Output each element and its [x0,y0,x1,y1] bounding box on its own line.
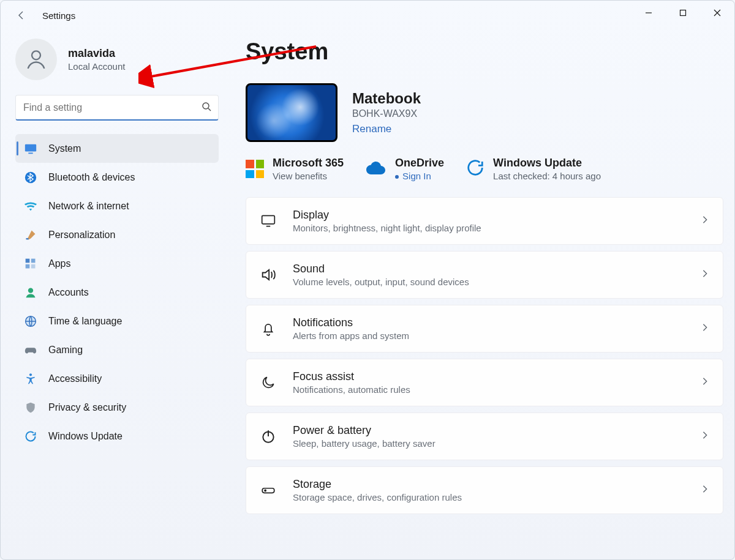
bluetooth-icon [24,171,37,184]
tile-sub: Sleep, battery usage, battery saver [293,438,685,449]
tile-power[interactable]: Power & batterySleep, battery usage, bat… [246,413,723,460]
device-thumbnail [246,83,337,142]
svg-rect-11 [26,258,30,263]
user-icon [24,47,48,72]
nav-item-apps[interactable]: Apps [15,249,219,278]
settings-window: Settings malavida Local Account [0,0,735,560]
nav-item-accessibility[interactable]: Accessibility [15,364,219,393]
svg-rect-22 [262,488,274,493]
onedrive-title: OneDrive [395,157,444,170]
nav-label: Personalization [48,230,115,241]
maximize-button[interactable] [666,1,700,25]
apps-icon [24,257,37,271]
tile-notifications[interactable]: NotificationsAlerts from apps and system [246,305,723,353]
nav-label: Privacy & security [48,402,126,413]
monitor-icon [24,142,37,155]
tile-focus[interactable]: Focus assistNotifications, automatic rul… [246,359,723,406]
tile-body: SoundVolume levels, output, input, sound… [293,263,685,287]
m365-sub: View benefits [273,171,344,181]
user-info: malavida Local Account [68,47,125,72]
rename-link[interactable]: Rename [352,123,421,135]
search-input[interactable] [15,95,219,121]
update-icon [24,430,37,443]
svg-rect-1 [680,10,686,16]
chevron-right-icon [701,431,709,442]
windows-update-card[interactable]: Windows Update Last checked: 4 hours ago [466,157,601,181]
svg-line-6 [208,108,211,111]
app-title: Settings [42,10,75,21]
tile-sub: Notifications, automatic rules [293,384,685,395]
nav-item-bluetooth[interactable]: Bluetooth & devices [15,163,219,192]
wifi-icon [24,200,37,213]
tile-body: StorageStorage space, drives, configurat… [293,478,685,502]
svg-rect-10 [26,238,29,240]
tile-title: Notifications [293,316,685,329]
tile-sub: Alerts from apps and system [293,330,685,341]
svg-rect-8 [28,152,32,154]
svg-rect-12 [31,258,36,263]
accessibility-icon [24,372,37,386]
svg-point-4 [32,51,40,59]
minimize-icon [645,9,652,17]
window-controls [631,1,734,25]
chevron-right-icon [701,269,709,280]
svg-point-5 [203,103,209,109]
microsoft-365-card[interactable]: Microsoft 365 View benefits [246,157,344,181]
nav-label: Network & internet [48,201,129,212]
bell-icon [260,320,277,337]
display-icon [260,212,277,230]
tile-storage[interactable]: StorageStorage space, drives, configurat… [246,466,723,514]
tile-body: Power & batterySleep, battery usage, bat… [293,424,685,449]
chevron-right-icon [701,485,709,496]
back-button[interactable] [15,9,28,21]
nav-item-system[interactable]: System [15,134,219,163]
cloud-icon [366,160,386,177]
nav-label: Bluetooth & devices [48,172,135,183]
nav-item-accounts[interactable]: Accounts [15,278,219,307]
microsoft-logo-icon [246,160,264,178]
search-icon [202,102,211,114]
user-card[interactable]: malavida Local Account [15,39,219,80]
nav-label: Accounts [48,287,89,298]
minimize-button[interactable] [631,1,666,25]
svg-rect-7 [25,144,36,151]
svg-rect-14 [31,264,36,268]
onedrive-sub: Sign In [395,171,444,181]
nav-item-personalization[interactable]: Personalization [15,220,219,249]
title-bar: Settings [1,1,734,30]
sidebar: malavida Local Account SystemBluetooth &… [15,30,231,559]
svg-rect-18 [262,215,275,224]
cloud-row: Microsoft 365 View benefits OneDrive Sig… [246,157,723,181]
storage-icon [260,482,277,499]
nav-item-update[interactable]: Windows Update [15,422,219,450]
tile-sound[interactable]: SoundVolume levels, output, input, sound… [246,251,723,299]
chevron-right-icon [701,215,709,226]
tile-title: Display [293,209,685,222]
wu-sub: Last checked: 4 hours ago [493,171,601,181]
wu-title: Windows Update [493,157,601,170]
chevron-right-icon [701,323,709,334]
tile-sub: Monitors, brightness, night light, displ… [293,223,685,233]
nav-label: Time & language [48,316,122,327]
tile-title: Storage [293,478,685,491]
avatar [15,39,57,80]
nav-label: Windows Update [48,431,123,442]
nav-item-time[interactable]: Time & language [15,307,219,335]
nav-item-gaming[interactable]: Gaming [15,335,219,364]
tile-title: Power & battery [293,424,685,437]
onedrive-card[interactable]: OneDrive Sign In [366,157,444,181]
globe-icon [24,315,37,328]
close-button[interactable] [700,1,734,25]
nav-item-privacy[interactable]: Privacy & security [15,393,219,422]
settings-tiles: DisplayMonitors, brightness, night light… [246,197,723,514]
brush-icon [24,228,37,242]
gamepad-icon [24,343,37,357]
main-panel: System Matebook BOHK-WAX9X Rename Micros… [231,30,728,559]
moon-icon [260,374,277,391]
nav-label: System [48,143,81,154]
person-icon [24,286,37,299]
tile-title: Focus assist [293,370,685,383]
tile-display[interactable]: DisplayMonitors, brightness, night light… [246,197,723,245]
nav-item-network[interactable]: Network & internet [15,192,219,220]
svg-point-23 [265,490,266,491]
